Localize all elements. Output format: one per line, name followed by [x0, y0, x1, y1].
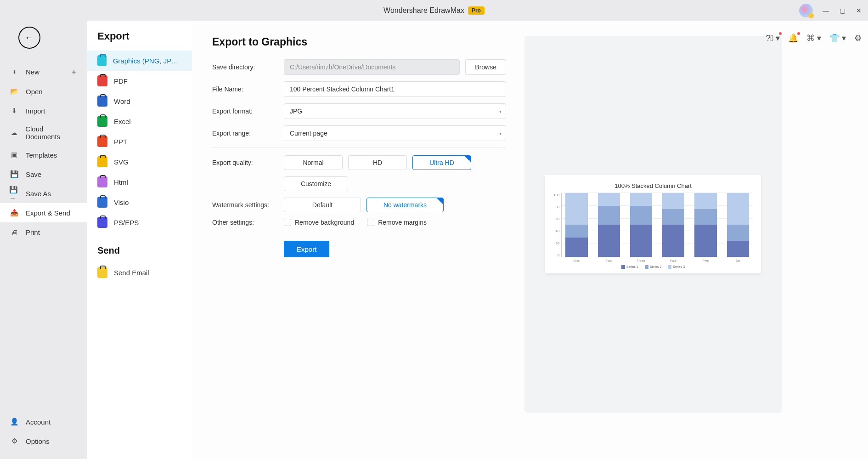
send-item-email[interactable]: Send Email [87, 262, 192, 283]
quality-option-hd[interactable]: HD [348, 155, 407, 170]
nav-item-save[interactable]: 💾Save [0, 164, 87, 184]
range-label: Export range: [212, 130, 284, 137]
ps-icon [97, 217, 107, 228]
format-item-excel[interactable]: Excel [87, 111, 192, 131]
back-button[interactable]: ← [18, 27, 40, 49]
nav-item-print[interactable]: 🖨Print [0, 222, 87, 242]
content-pane: Export to Graphics Save directory: Brows… [192, 21, 868, 459]
export-button[interactable]: Export [284, 241, 329, 257]
save-dir-input [284, 59, 460, 75]
nav-item-export-send[interactable]: 📤Export & Send [0, 203, 87, 222]
nav-item-import[interactable]: ⬇Import [0, 101, 87, 120]
avatar[interactable] [799, 4, 813, 17]
cloud-icon: ☁ [9, 128, 19, 138]
chart-title: 100% Stacked Column Chart [553, 182, 753, 189]
visio-icon [97, 197, 107, 208]
format-item-word[interactable]: Word [87, 91, 192, 111]
minimize-button[interactable]: — [822, 7, 829, 14]
format-item-ppt[interactable]: PPT [87, 131, 192, 152]
save-dir-label: Save directory: [212, 63, 284, 71]
format-item-pdf[interactable]: PDF [87, 71, 192, 91]
bell-icon[interactable]: 🔔 [788, 33, 798, 43]
email-icon [97, 267, 107, 278]
preview-panel: 100% Stacked Column Chart 100806040200 O… [524, 36, 782, 413]
remove-margins-checkbox[interactable]: Remove margins [367, 219, 427, 226]
import-icon: ⬇ [9, 106, 19, 116]
watermark-label: Watermark settings: [212, 201, 284, 209]
maximize-button[interactable]: ▢ [839, 7, 846, 14]
close-button[interactable]: ✕ [855, 7, 862, 14]
format-item-html[interactable]: Html [87, 172, 192, 192]
graphics-icon [97, 55, 107, 66]
settings-icon[interactable]: ⚙ [854, 33, 862, 43]
format-item-svg[interactable]: SVG [87, 152, 192, 172]
pdf-icon [97, 75, 107, 86]
account-icon: 👤 [9, 417, 19, 427]
format-select[interactable] [284, 103, 506, 119]
format-item-graphics[interactable]: Graphics (PNG, JPG et... [87, 51, 192, 71]
export-icon: 📤 [9, 208, 19, 218]
saveas-icon: 💾→ [9, 188, 19, 198]
quality-option-normal[interactable]: Normal [284, 155, 343, 170]
pro-badge: Pro [468, 6, 485, 15]
chart-preview: 100% Stacked Column Chart 100806040200 O… [545, 175, 761, 273]
other-label: Other settings: [212, 219, 284, 226]
grid-icon[interactable]: ⌘ ▾ [806, 33, 821, 43]
watermark-option-default[interactable]: Default [284, 198, 361, 212]
save-icon: 💾 [9, 169, 19, 179]
browse-button[interactable]: Browse [465, 59, 506, 75]
nav-item-open[interactable]: 📂Open [0, 82, 87, 101]
nav-item-options[interactable]: ⚙Options [0, 431, 87, 451]
app-name: Wondershare EdrawMax [383, 6, 464, 15]
nav-item-templates[interactable]: ▣Templates [0, 145, 87, 164]
remove-bg-checkbox[interactable]: Remove background [284, 219, 354, 226]
customize-button[interactable]: Customize [284, 176, 348, 191]
nav-sidebar: ← ＋New＋📂Open⬇Import☁Cloud Documents▣Temp… [0, 21, 87, 459]
folder-icon: 📂 [9, 86, 19, 96]
help-icon[interactable]: ?⃝ ▾ [766, 33, 780, 43]
format-label: Export format: [212, 108, 284, 115]
shirt-icon[interactable]: 👕 ▾ [829, 33, 846, 43]
print-icon: 🖨 [9, 227, 19, 237]
nav-item-new[interactable]: ＋New＋ [0, 62, 87, 82]
page-title: Export to Graphics [212, 36, 506, 48]
watermark-option-no-watermarks[interactable]: No watermarks [366, 198, 444, 212]
format-item-ps[interactable]: PS/EPS [87, 212, 192, 232]
templates-icon: ▣ [9, 150, 19, 160]
word-icon [97, 96, 107, 107]
add-icon: ＋ [9, 67, 19, 77]
nav-item-account[interactable]: 👤Account [0, 412, 87, 431]
export-format-list: Export Graphics (PNG, JPG et...PDFWordEx… [87, 21, 192, 459]
toolbar-right: ?⃝ ▾ 🔔 ⌘ ▾ 👕 ▾ ⚙ [766, 33, 862, 43]
titlebar: Wondershare EdrawMax Pro — ▢ ✕ [0, 0, 868, 21]
send-heading: Send [87, 232, 192, 262]
quality-option-ultra-hd[interactable]: Ultra HD [412, 155, 471, 170]
filename-label: File Name: [212, 85, 284, 93]
range-select[interactable] [284, 125, 506, 141]
plus-icon[interactable]: ＋ [70, 66, 78, 77]
nav-item-save-as[interactable]: 💾→Save As [0, 184, 87, 203]
quality-label: Export quality: [212, 159, 284, 166]
svg-icon [97, 156, 107, 167]
format-item-visio[interactable]: Visio [87, 192, 192, 212]
excel-icon [97, 116, 107, 127]
options-icon: ⚙ [9, 436, 19, 446]
html-icon [97, 176, 107, 187]
filename-input[interactable] [284, 81, 506, 97]
ppt-icon [97, 136, 107, 147]
nav-item-cloud-documents[interactable]: ☁Cloud Documents [0, 120, 87, 145]
export-heading: Export [87, 30, 192, 51]
